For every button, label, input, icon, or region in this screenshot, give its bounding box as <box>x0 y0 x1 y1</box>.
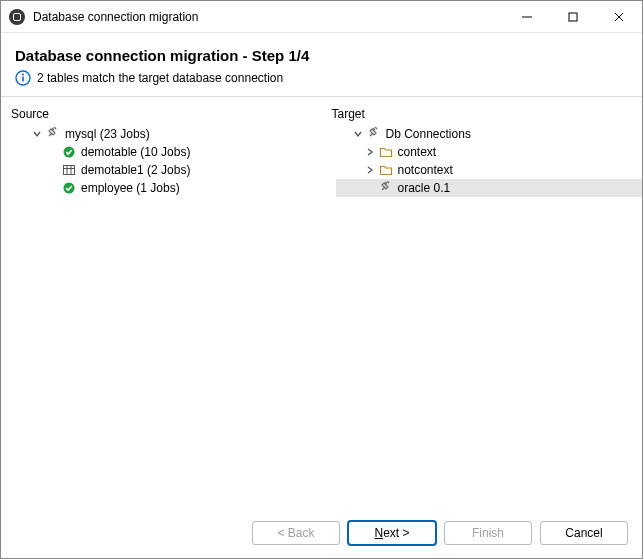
plug-icon <box>366 126 382 142</box>
cancel-button[interactable]: Cancel <box>540 521 628 545</box>
chevron-down-icon[interactable] <box>352 128 364 140</box>
spacer <box>47 182 59 194</box>
titlebar: Database connection migration <box>1 1 642 33</box>
window-controls <box>504 1 642 32</box>
folder-icon <box>378 162 394 178</box>
chevron-right-icon[interactable] <box>364 164 376 176</box>
wizard-info-text: 2 tables match the target database conne… <box>37 71 283 85</box>
finish-button-label: Finish <box>472 526 504 540</box>
target-item[interactable]: notcontext <box>336 161 643 179</box>
target-label: Target <box>332 107 643 121</box>
tree-item-label: oracle 0.1 <box>398 181 451 195</box>
tree-item-label: employee (1 Jobs) <box>81 181 180 195</box>
svg-point-5 <box>22 74 24 76</box>
svg-line-18 <box>370 133 373 136</box>
svg-rect-1 <box>569 13 577 21</box>
tree-item-label: demotable (10 Jobs) <box>81 145 190 159</box>
check-circle-icon <box>61 180 77 196</box>
source-item[interactable]: demotable1 (2 Jobs) <box>15 161 322 179</box>
check-circle-icon <box>61 144 77 160</box>
target-item[interactable]: context <box>336 143 643 161</box>
svg-line-17 <box>375 127 377 129</box>
target-item-selected[interactable]: oracle 0.1 <box>336 179 643 197</box>
maximize-button[interactable] <box>550 1 596 32</box>
wizard-header: Database connection migration - Step 1/4… <box>1 33 642 97</box>
target-tree[interactable]: Db Connections context notcontext <box>332 125 643 197</box>
finish-button[interactable]: Finish <box>444 521 532 545</box>
source-item[interactable]: demotable (10 Jobs) <box>15 143 322 161</box>
spacer <box>364 182 376 194</box>
svg-line-20 <box>387 181 389 183</box>
tree-item-label: demotable1 (2 Jobs) <box>81 163 190 177</box>
svg-line-9 <box>49 133 52 136</box>
svg-line-8 <box>54 127 56 129</box>
plug-icon <box>45 126 61 142</box>
info-icon <box>15 70 31 86</box>
target-root[interactable]: Db Connections <box>336 125 643 143</box>
close-button[interactable] <box>596 1 642 32</box>
back-button-label: < Back <box>277 526 314 540</box>
main-area: Source mysql (23 Jobs) demotable (10 Job… <box>1 97 642 508</box>
source-label: Source <box>11 107 322 121</box>
chevron-right-icon[interactable] <box>364 146 376 158</box>
svg-rect-11 <box>64 166 75 175</box>
spacer <box>47 146 59 158</box>
tree-item-label: mysql (23 Jobs) <box>65 127 150 141</box>
source-root[interactable]: mysql (23 Jobs) <box>15 125 322 143</box>
back-button[interactable]: < Back <box>252 521 340 545</box>
source-tree[interactable]: mysql (23 Jobs) demotable (10 Jobs) demo… <box>11 125 322 197</box>
plug-icon <box>378 180 394 196</box>
cancel-button-label: Cancel <box>565 526 602 540</box>
wizard-footer: < Back Next > Finish Cancel <box>1 508 642 558</box>
folder-icon <box>378 144 394 160</box>
next-button-label: Next > <box>374 526 409 540</box>
source-pane: Source mysql (23 Jobs) demotable (10 Job… <box>1 97 322 508</box>
spacer <box>47 164 59 176</box>
tree-item-label: Db Connections <box>386 127 471 141</box>
svg-line-21 <box>382 187 385 190</box>
window-title: Database connection migration <box>33 10 504 24</box>
source-item[interactable]: employee (1 Jobs) <box>15 179 322 197</box>
next-button[interactable]: Next > <box>348 521 436 545</box>
chevron-down-icon[interactable] <box>31 128 43 140</box>
table-icon <box>61 162 77 178</box>
wizard-info-row: 2 tables match the target database conne… <box>15 70 628 86</box>
tree-item-label: notcontext <box>398 163 453 177</box>
minimize-button[interactable] <box>504 1 550 32</box>
app-icon <box>9 9 25 25</box>
wizard-title: Database connection migration - Step 1/4 <box>15 47 628 64</box>
target-pane: Target Db Connections context <box>322 97 643 508</box>
tree-item-label: context <box>398 145 437 159</box>
svg-rect-6 <box>22 77 24 82</box>
